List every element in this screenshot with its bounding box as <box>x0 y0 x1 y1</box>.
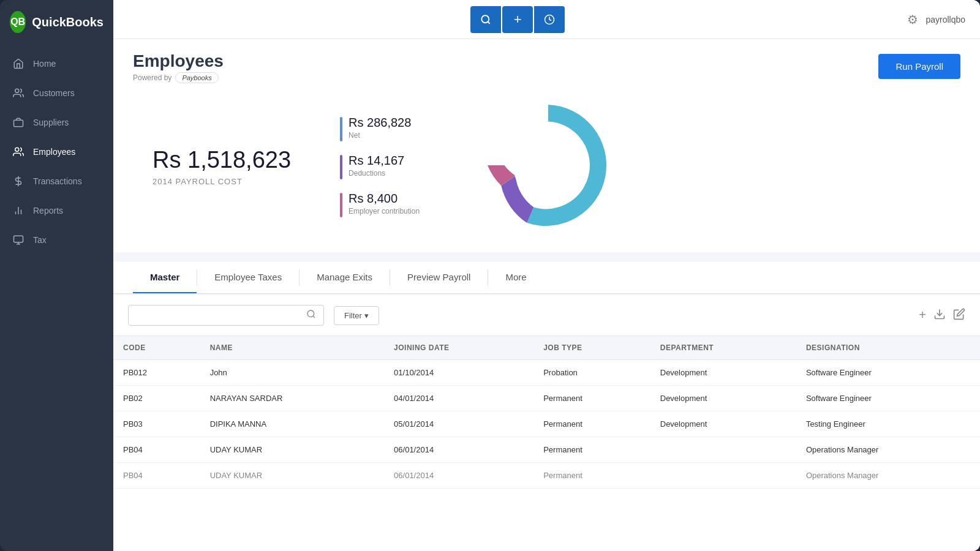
stat-net: Rs 286,828 Net <box>340 116 420 141</box>
sidebar: QB QuickBooks Home <box>0 0 113 551</box>
sidebar-label-reports: Reports <box>33 206 63 216</box>
run-payroll-button[interactable]: Run Payroll <box>878 54 960 79</box>
sidebar-item-home[interactable]: Home <box>0 49 113 78</box>
topbar-actions: + <box>470 6 565 33</box>
employer-amount: Rs 8,400 <box>349 192 420 206</box>
net-label: Net <box>349 131 411 140</box>
stat-deductions: Rs 14,167 Deductions <box>340 154 420 179</box>
suppliers-icon <box>12 116 24 129</box>
history-button[interactable] <box>534 6 565 33</box>
table-row[interactable]: PB04UDAY KUMAR06/01/2014PermanentOperati… <box>113 437 980 463</box>
cell-code: PB02 <box>113 386 200 411</box>
col-name: NAME <box>200 336 384 360</box>
user-name: payrollqbo <box>925 15 965 24</box>
sidebar-item-tax[interactable]: Tax <box>0 225 113 255</box>
cell-job-type: Permanent <box>533 411 650 437</box>
table-section: Filter ▾ + <box>113 295 980 551</box>
sidebar-label-customers: Customers <box>33 88 75 98</box>
cell-designation: Operations Manager <box>796 437 980 463</box>
cell-job-type: Permanent <box>533 437 650 463</box>
cell-joining-date: 04/01/2014 <box>384 386 533 411</box>
cell-joining-date: 06/01/2014 <box>384 437 533 463</box>
sidebar-label-employees: Employees <box>33 147 75 157</box>
cell-code: PB012 <box>113 360 200 386</box>
svg-point-10 <box>481 15 489 23</box>
add-button[interactable]: + <box>502 6 533 33</box>
tab-employee-taxes[interactable]: Employee Taxes <box>197 262 299 293</box>
deductions-label: Deductions <box>349 169 404 178</box>
payroll-amount: Rs 1,518,623 <box>153 147 291 173</box>
cell-joining-date: 01/10/2014 <box>384 360 533 386</box>
cell-code: PB03 <box>113 411 200 437</box>
add-record-button[interactable]: + <box>919 308 926 323</box>
sidebar-item-reports[interactable]: Reports <box>0 196 113 225</box>
cell-department: Development <box>650 360 796 386</box>
deductions-amount: Rs 14,167 <box>349 154 404 168</box>
payroll-label: 2014 PAYROLL COST <box>153 177 291 186</box>
tab-more[interactable]: More <box>488 262 543 293</box>
employees-icon <box>12 146 24 158</box>
sidebar-label-transactions: Transactions <box>33 176 82 186</box>
dashboard-stats: Rs 1,518,623 2014 PAYROLL COST Rs 286,82… <box>133 83 960 252</box>
sidebar-label-suppliers: Suppliers <box>33 118 69 127</box>
svg-point-2 <box>15 148 19 151</box>
svg-rect-7 <box>14 236 23 242</box>
deductions-bar <box>340 155 342 179</box>
sidebar-label-home: Home <box>33 59 56 69</box>
sidebar-item-suppliers[interactable]: Suppliers <box>0 108 113 137</box>
import-button[interactable] <box>933 308 946 323</box>
cell-name: NARAYAN SARDAR <box>200 386 384 411</box>
tabs: Master Employee Taxes Manage Exits Previ… <box>133 262 960 293</box>
transactions-icon <box>12 175 24 187</box>
qb-logo-icon: QB <box>10 11 26 33</box>
sidebar-item-transactions[interactable]: Transactions <box>0 167 113 196</box>
tab-preview-payroll[interactable]: Preview Payroll <box>390 262 488 293</box>
sidebar-item-customers[interactable]: Customers <box>0 78 113 108</box>
tab-master[interactable]: Master <box>133 262 197 293</box>
toolbar-right: + <box>919 308 965 323</box>
table-row[interactable]: PB012John01/10/2014ProbationDevelopmentS… <box>113 360 980 386</box>
tax-icon <box>12 234 24 246</box>
header-section: Employees Powered by Paybooks Run Payrol… <box>113 39 980 252</box>
cell-designation: Software Engineer <box>796 360 980 386</box>
topbar: + ⚙ payrollqbo <box>113 0 980 39</box>
tabs-section: Master Employee Taxes Manage Exits Previ… <box>113 262 980 294</box>
export-button[interactable] <box>953 308 965 323</box>
filter-button[interactable]: Filter ▾ <box>334 306 379 325</box>
table-row-partial[interactable]: PB04UDAY KUMAR06/01/2014PermanentOperati… <box>113 463 980 489</box>
table-toolbar: Filter ▾ + <box>113 295 980 336</box>
col-joining-date: JOINING DATE <box>384 336 533 360</box>
cell-designation: Testing Engineer <box>796 411 980 437</box>
tab-manage-exits[interactable]: Manage Exits <box>300 262 390 293</box>
donut-svg <box>481 98 616 233</box>
sidebar-label-tax: Tax <box>33 235 47 245</box>
employer-bar <box>340 193 342 217</box>
search-button[interactable] <box>470 6 501 33</box>
search-icon-button[interactable] <box>306 309 316 321</box>
svg-point-13 <box>307 310 314 317</box>
search-input[interactable] <box>136 310 306 320</box>
col-designation: DESIGNATION <box>796 336 980 360</box>
svg-line-14 <box>313 316 315 318</box>
table-row[interactable]: PB02NARAYAN SARDAR04/01/2014PermanentDev… <box>113 386 980 411</box>
app-name: QuickBooks <box>32 15 104 29</box>
page-title: Employees <box>133 51 224 71</box>
sidebar-item-employees[interactable]: Employees <box>0 137 113 167</box>
app-logo[interactable]: QB QuickBooks <box>0 0 113 44</box>
col-job-type: JOB TYPE <box>533 336 650 360</box>
donut-chart <box>481 98 616 235</box>
home-icon <box>12 58 24 70</box>
cell-job-type: Permanent <box>533 386 650 411</box>
cell-department: Development <box>650 386 796 411</box>
donut-hole <box>513 130 583 200</box>
cell-joining-date: 05/01/2014 <box>384 411 533 437</box>
table-row[interactable]: PB03DIPIKA MANNA05/01/2014PermanentDevel… <box>113 411 980 437</box>
svg-rect-1 <box>14 120 23 127</box>
col-code: CODE <box>113 336 200 360</box>
cell-name: UDAY KUMAR <box>200 437 384 463</box>
reports-icon <box>12 204 24 217</box>
employer-label: Employer contribution <box>349 207 420 216</box>
powered-by: Powered by Paybooks <box>133 72 224 83</box>
settings-icon[interactable]: ⚙ <box>907 12 918 27</box>
customers-icon <box>12 87 24 99</box>
